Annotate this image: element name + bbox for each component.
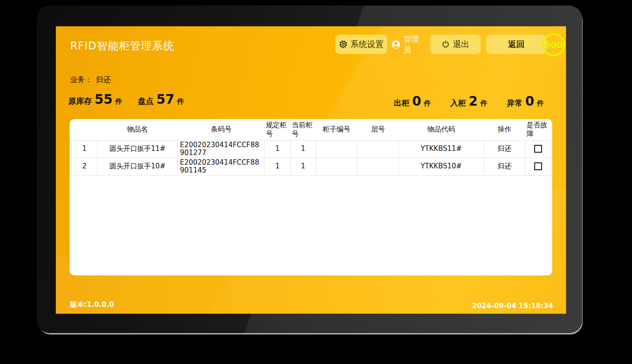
back-label: 返回 [508,39,525,50]
system-settings-label: 系统设置 [351,39,384,50]
stat-in-cabinet: 入柜 2 件 [450,94,487,109]
table-row: 1 圆头开口扳手11# E20020230414FCCF88901277 1 1… [72,140,551,158]
col-item-name: 物品名 [97,119,178,140]
cell-barcode: E20020230414FCCF88901277 [178,140,265,158]
faulty-checkbox[interactable] [534,145,542,153]
stat-unit: 件 [424,99,431,108]
stat-label: 出柜 [394,98,410,108]
stat-unit: 件 [481,99,488,108]
cell-specified-cabinet: 1 [265,158,291,175]
stat-value: 55 [95,92,113,107]
stat-unit: 件 [177,97,184,106]
col-layer-no: 层号 [358,119,399,140]
system-settings-button[interactable]: 系统设置 [335,35,387,54]
stat-label: 原库存 [68,96,92,107]
cell-item-name: 圆头开口扳手10# [97,158,178,175]
col-specified-cabinet: 规定柜号 [265,119,291,140]
col-cabinet-no: 柜子编号 [316,119,358,140]
cell-item-name: 圆头开口扳手11# [97,140,178,158]
app-screen: RFID智能柜管理系统 系统设置 管理员 [56,26,566,314]
cell-layer-no [358,140,399,158]
stats-right: 出柜 0 件 入柜 2 件 异常 0 件 [394,94,544,109]
table-row: 2 圆头开口扳手10# E20020230414FCCF88901145 1 1… [72,158,551,175]
col-index [72,119,97,140]
stat-value: 2 [469,94,477,109]
version-label: 版本:1.0.0.0 [70,300,114,309]
device-bezel: RFID智能柜管理系统 系统设置 管理员 [37,6,582,333]
cell-barcode: E20020230414FCCF88901145 [178,158,265,175]
items-table: 物品名 条码号 规定柜号 当前柜号 柜子编号 层号 物品代码 操作 是否故障 1 [72,119,551,176]
cell-current-cabinet: 1 [291,140,316,158]
back-button[interactable]: 返回 [486,35,546,54]
col-current-cabinet: 当前柜号 [291,119,316,140]
cell-index: 1 [72,140,97,158]
cell-faulty [525,140,551,158]
cell-operation: 归还 [484,140,525,158]
faulty-checkbox[interactable] [534,162,542,170]
user-icon [391,40,400,49]
countdown-badge: 600 [542,33,565,56]
cell-layer-no [358,158,399,175]
cell-item-code: YTKKBS11# [399,140,484,158]
stat-label: 异常 [507,98,523,108]
gear-icon [339,40,347,48]
cell-cabinet-no [316,140,358,158]
logout-button[interactable]: 退出 [430,35,481,54]
logout-label: 退出 [453,39,470,50]
datetime-label: 2024-09-04 15:18:34 [472,302,553,310]
stat-label: 入柜 [450,98,466,108]
page-title: RFID智能柜管理系统 [70,39,174,53]
admin-label: 管理员 [403,34,426,55]
stat-unit: 件 [537,99,544,108]
business-value: 归还 [96,75,111,84]
cell-current-cabinet: 1 [291,158,316,175]
business-line: 业务：归还 [70,75,111,85]
admin-user: 管理员 [391,34,426,55]
stat-out-cabinet: 出柜 0 件 [394,94,431,109]
cell-item-code: YTKKBS10# [399,158,484,175]
stat-original-stock: 原库存 55 件 [68,92,122,107]
cell-index: 2 [72,158,97,175]
stat-value: 0 [525,94,534,109]
col-faulty: 是否故障 [525,119,551,140]
business-label: 业务： [70,75,92,84]
col-operation: 操作 [484,119,525,140]
countdown-value: 600 [544,40,563,50]
stat-label: 盘点 [138,96,154,107]
col-barcode: 条码号 [178,119,265,140]
stats-left: 原库存 55 件 盘点 57 件 [68,92,184,107]
items-table-panel: 物品名 条码号 规定柜号 当前柜号 柜子编号 层号 物品代码 操作 是否故障 1 [70,119,552,275]
stat-counted: 盘点 57 件 [138,92,184,107]
stat-value: 57 [156,92,174,107]
power-icon [441,40,450,48]
cell-specified-cabinet: 1 [265,140,291,158]
col-item-code: 物品代码 [399,119,484,140]
stat-abnormal: 异常 0 件 [507,94,544,109]
table-header-row: 物品名 条码号 规定柜号 当前柜号 柜子编号 层号 物品代码 操作 是否故障 [72,119,551,140]
header-bar: 系统设置 管理员 退出 返回 [335,35,546,54]
cell-cabinet-no [316,158,358,175]
stat-unit: 件 [115,97,122,106]
cell-faulty [525,158,551,175]
cell-operation: 归还 [484,158,525,175]
stat-value: 0 [412,94,421,109]
